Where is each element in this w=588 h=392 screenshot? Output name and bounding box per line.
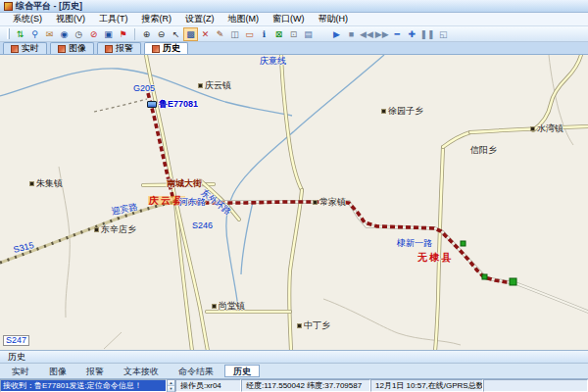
- place-dot-icon: [298, 324, 301, 327]
- toolbar-grip[interactable]: [7, 28, 10, 39]
- tab-icon: [58, 45, 66, 53]
- step-back-icon[interactable]: ◀◀: [359, 27, 374, 41]
- eagle-eye-icon[interactable]: ◫: [227, 27, 242, 41]
- status-message: 接收到：鲁E77801发送:定位命令信息！: [1, 380, 166, 391]
- place-dot-icon: [382, 110, 385, 113]
- menu-tools[interactable]: 工具(T): [92, 13, 135, 25]
- clock-icon[interactable]: ◷: [72, 27, 86, 41]
- draw-icon[interactable]: ✎: [213, 27, 227, 41]
- tab-history[interactable]: 历史: [144, 42, 188, 54]
- place-dot-icon: [213, 305, 216, 308]
- lock-icon[interactable]: ⊠: [271, 27, 286, 41]
- zoom-out-icon[interactable]: ⊖: [154, 27, 169, 41]
- menu-view[interactable]: 视图(V): [49, 13, 92, 25]
- unlock-icon[interactable]: ⊡: [286, 27, 301, 41]
- map-label: 徐园子乡: [382, 107, 423, 116]
- spinner-down-button[interactable]: ▼: [168, 386, 174, 392]
- vehicle-plate: 鲁E77081: [159, 98, 198, 111]
- map-label: 南城大街: [167, 179, 202, 188]
- vehicle-marker[interactable]: 鲁E77081: [147, 98, 198, 111]
- menu-help[interactable]: 帮助(H): [312, 13, 356, 25]
- map-canvas[interactable]: 庆意线 G205 庆云镇 徐园子乡 水湾镇 信阳乡: [0, 55, 588, 351]
- window-title: 综合平台 - [历史]: [16, 0, 82, 13]
- mail-icon[interactable]: ✉: [42, 27, 57, 41]
- tab-image[interactable]: 图像: [40, 365, 75, 377]
- map-label: 庆云镇: [199, 81, 231, 90]
- tab-history[interactable]: 历史: [224, 365, 260, 377]
- map-label: 东辛店乡: [95, 225, 136, 234]
- menu-system[interactable]: 系统(S): [6, 13, 49, 25]
- pin-icon[interactable]: ⚑: [116, 27, 130, 41]
- vehicle-icon: [147, 101, 157, 108]
- toolbar-separator: [134, 28, 135, 40]
- save-icon[interactable]: ▤: [301, 27, 316, 41]
- map-label: 庆意线: [260, 57, 286, 66]
- tab-icon: [152, 45, 160, 53]
- info-icon[interactable]: ℹ: [257, 27, 271, 41]
- toolbar: ⇅⚲✉◉◷⊘▣⚑ ⊕⊖↖▩✕✎◫▭ℹ⊠⊡▤ ▶■◀◀▶▶━✚❚❚◱: [0, 26, 588, 42]
- menu-settings[interactable]: 设置(Z): [178, 13, 221, 25]
- tab-alarm[interactable]: 报警: [97, 42, 141, 54]
- status-message-box[interactable]: 接收到：鲁E77801发送:定位命令信息！: [0, 379, 167, 392]
- app-window: 综合平台 - [历史] 系统(S)视图(V)工具(T)搜索(R)设置(Z)地图(…: [0, 0, 588, 392]
- bottom-tab-bar: 实时图像报警文本接收命令结果历史: [0, 364, 588, 379]
- panel-header: 历史: [0, 351, 588, 364]
- menu-map[interactable]: 地图(M): [221, 13, 267, 25]
- connect-icon[interactable]: ⇅: [13, 27, 27, 41]
- tab-image[interactable]: 图像: [50, 42, 94, 54]
- map-label: S247: [3, 335, 29, 346]
- tab-icon: [105, 45, 113, 53]
- tab-alarm[interactable]: 报警: [77, 365, 113, 377]
- tab-icon: [11, 45, 19, 53]
- menu-search[interactable]: 搜索(R): [135, 13, 179, 25]
- status-datetime: 12月1日 10:57,在线/GPRS总数:17/25: [370, 379, 483, 392]
- menu-window[interactable]: 窗口(W): [266, 13, 312, 25]
- place-dot-icon: [30, 182, 33, 185]
- app-icon: [4, 2, 13, 11]
- map-label: 棣新一路: [397, 239, 432, 248]
- pointer-icon[interactable]: ↖: [169, 27, 183, 41]
- status-bar: 接收到：鲁E77801发送:定位命令信息！ ▲ ▼ 操作员:xr04 经度:11…: [0, 379, 588, 392]
- status-operator: 操作员:xr04: [175, 379, 241, 392]
- message-spinner: ▲ ▼: [167, 379, 175, 392]
- measure-icon[interactable]: ✕: [198, 27, 213, 41]
- tab-realtime[interactable]: 实时: [3, 365, 38, 377]
- map-label: S246: [192, 221, 213, 230]
- map-label: 信阳乡: [470, 146, 497, 155]
- place-dot-icon: [314, 201, 317, 204]
- status-filler: [483, 379, 588, 392]
- stop-icon[interactable]: ■: [344, 27, 359, 41]
- tab-text-receive[interactable]: 文本接收: [115, 365, 168, 377]
- map-label: G205: [133, 84, 155, 93]
- top-tab-bar: 实时 图像 报警 历史: [0, 42, 588, 55]
- slower-icon[interactable]: ━: [390, 27, 405, 41]
- search-icon[interactable]: ⚲: [27, 27, 42, 41]
- place-dot-icon: [199, 84, 202, 87]
- menu-bar: 系统(S)视图(V)工具(T)搜索(R)设置(Z)地图(M)窗口(W)帮助(H): [0, 13, 588, 26]
- map-svg: [0, 55, 588, 351]
- map-label: 常家镇: [314, 198, 346, 207]
- map-label: 河东路: [179, 198, 206, 207]
- zoom-in-icon[interactable]: ⊕: [139, 27, 154, 41]
- map-label: 水湾镇: [531, 124, 564, 133]
- map-label: 无棣县: [417, 253, 453, 262]
- globe-icon[interactable]: ◉: [57, 27, 72, 41]
- step-forward-icon[interactable]: ▶▶: [374, 27, 390, 41]
- panel-title: 历史: [8, 351, 25, 364]
- monitor-icon[interactable]: ▣: [101, 27, 116, 41]
- place-dot-icon: [95, 228, 98, 231]
- title-bar: 综合平台 - [历史]: [0, 0, 588, 13]
- faster-icon[interactable]: ✚: [405, 27, 419, 41]
- map-label: 中丁乡: [298, 321, 330, 330]
- map-label: 尚堂镇: [213, 302, 245, 311]
- status-coordinates: 经度:117.550042 纬度:37.709587: [241, 379, 370, 392]
- full-extent-icon[interactable]: ▩: [183, 27, 198, 41]
- tab-command-result[interactable]: 命令结果: [170, 365, 222, 377]
- pause-icon[interactable]: ❚❚: [419, 27, 436, 41]
- window-icon[interactable]: ◱: [436, 27, 451, 41]
- tab-realtime[interactable]: 实时: [3, 42, 47, 54]
- place-dot-icon: [531, 127, 534, 130]
- block-icon[interactable]: ⊘: [86, 27, 101, 41]
- play-icon[interactable]: ▶: [329, 27, 344, 41]
- rectangle-icon[interactable]: ▭: [242, 27, 257, 41]
